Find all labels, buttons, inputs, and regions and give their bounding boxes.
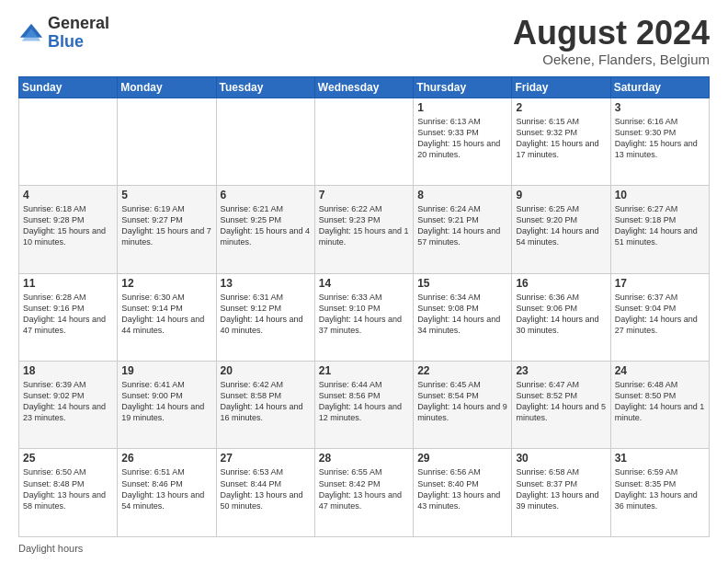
day-info: Sunrise: 6:51 AM Sunset: 8:46 PM Dayligh… bbox=[121, 466, 211, 511]
day-info: Sunrise: 6:21 AM Sunset: 9:25 PM Dayligh… bbox=[221, 203, 311, 248]
day-of-week-header: Tuesday bbox=[216, 76, 314, 98]
day-number: 9 bbox=[516, 189, 606, 201]
calendar-cell: 19Sunrise: 6:41 AM Sunset: 9:00 PM Dayli… bbox=[118, 362, 216, 449]
day-info: Sunrise: 6:33 AM Sunset: 9:10 PM Dayligh… bbox=[319, 292, 409, 337]
calendar-cell: 25Sunrise: 6:50 AM Sunset: 8:48 PM Dayli… bbox=[19, 449, 118, 537]
day-number: 1 bbox=[417, 101, 507, 114]
logo-general: General bbox=[48, 15, 109, 33]
day-info: Sunrise: 6:56 AM Sunset: 8:40 PM Dayligh… bbox=[417, 466, 507, 511]
day-number: 25 bbox=[23, 452, 113, 465]
day-number: 31 bbox=[615, 452, 705, 465]
day-number: 18 bbox=[23, 364, 113, 377]
header: General Blue August 2024 Oekene, Flander… bbox=[18, 15, 710, 67]
title-block: August 2024 Oekene, Flanders, Belgium bbox=[513, 15, 710, 67]
page: General Blue August 2024 Oekene, Flander… bbox=[0, 0, 728, 563]
day-info: Sunrise: 6:27 AM Sunset: 9:18 PM Dayligh… bbox=[615, 203, 705, 248]
calendar-cell: 31Sunrise: 6:59 AM Sunset: 8:35 PM Dayli… bbox=[610, 449, 709, 537]
day-number: 17 bbox=[615, 277, 705, 290]
day-info: Sunrise: 6:24 AM Sunset: 9:21 PM Dayligh… bbox=[417, 203, 507, 248]
footer: Daylight hours bbox=[18, 543, 710, 554]
location: Oekene, Flanders, Belgium bbox=[513, 52, 710, 67]
calendar-cell: 22Sunrise: 6:45 AM Sunset: 8:54 PM Dayli… bbox=[414, 362, 512, 449]
calendar-cell: 11Sunrise: 6:28 AM Sunset: 9:16 PM Dayli… bbox=[19, 273, 118, 361]
calendar-cell: 10Sunrise: 6:27 AM Sunset: 9:18 PM Dayli… bbox=[610, 186, 709, 273]
day-number: 12 bbox=[121, 277, 211, 290]
calendar-cell: 27Sunrise: 6:53 AM Sunset: 8:44 PM Dayli… bbox=[216, 449, 314, 537]
calendar-cell: 18Sunrise: 6:39 AM Sunset: 9:02 PM Dayli… bbox=[19, 362, 118, 449]
day-info: Sunrise: 6:58 AM Sunset: 8:37 PM Dayligh… bbox=[516, 466, 606, 511]
logo-icon bbox=[18, 20, 44, 46]
day-number: 27 bbox=[221, 452, 311, 465]
calendar-cell: 14Sunrise: 6:33 AM Sunset: 9:10 PM Dayli… bbox=[314, 273, 413, 361]
calendar-week-row: 4Sunrise: 6:18 AM Sunset: 9:28 PM Daylig… bbox=[19, 186, 710, 273]
calendar-cell: 4Sunrise: 6:18 AM Sunset: 9:28 PM Daylig… bbox=[19, 186, 118, 273]
calendar-cell: 26Sunrise: 6:51 AM Sunset: 8:46 PM Dayli… bbox=[118, 449, 216, 537]
day-number: 6 bbox=[221, 189, 311, 201]
calendar-cell: 5Sunrise: 6:19 AM Sunset: 9:27 PM Daylig… bbox=[118, 186, 216, 273]
day-info: Sunrise: 6:59 AM Sunset: 8:35 PM Dayligh… bbox=[615, 466, 705, 511]
day-number: 2 bbox=[516, 101, 606, 114]
day-info: Sunrise: 6:30 AM Sunset: 9:14 PM Dayligh… bbox=[121, 292, 211, 337]
day-info: Sunrise: 6:28 AM Sunset: 9:16 PM Dayligh… bbox=[23, 292, 113, 337]
day-info: Sunrise: 6:48 AM Sunset: 8:50 PM Dayligh… bbox=[615, 379, 705, 424]
calendar-cell: 9Sunrise: 6:25 AM Sunset: 9:20 PM Daylig… bbox=[512, 186, 610, 273]
day-number: 4 bbox=[23, 189, 113, 201]
day-number: 16 bbox=[516, 277, 606, 290]
day-number: 5 bbox=[121, 189, 211, 201]
day-number: 24 bbox=[615, 364, 705, 377]
day-of-week-header: Friday bbox=[512, 76, 610, 98]
day-number: 28 bbox=[319, 452, 409, 465]
logo-text: General Blue bbox=[48, 15, 109, 52]
day-info: Sunrise: 6:44 AM Sunset: 8:56 PM Dayligh… bbox=[319, 379, 409, 424]
day-number: 30 bbox=[516, 452, 606, 465]
day-number: 10 bbox=[615, 189, 705, 201]
calendar-cell: 24Sunrise: 6:48 AM Sunset: 8:50 PM Dayli… bbox=[610, 362, 709, 449]
day-info: Sunrise: 6:53 AM Sunset: 8:44 PM Dayligh… bbox=[221, 466, 311, 511]
calendar-cell: 15Sunrise: 6:34 AM Sunset: 9:08 PM Dayli… bbox=[414, 273, 512, 361]
calendar: SundayMondayTuesdayWednesdayThursdayFrid… bbox=[18, 76, 710, 537]
day-number: 23 bbox=[516, 364, 606, 377]
day-number: 19 bbox=[121, 364, 211, 377]
calendar-cell: 6Sunrise: 6:21 AM Sunset: 9:25 PM Daylig… bbox=[216, 186, 314, 273]
day-number: 8 bbox=[417, 189, 507, 201]
day-of-week-header: Monday bbox=[118, 76, 216, 98]
calendar-cell bbox=[216, 98, 314, 185]
day-number: 22 bbox=[417, 364, 507, 377]
day-info: Sunrise: 6:39 AM Sunset: 9:02 PM Dayligh… bbox=[23, 379, 113, 424]
calendar-cell: 8Sunrise: 6:24 AM Sunset: 9:21 PM Daylig… bbox=[414, 186, 512, 273]
calendar-cell: 12Sunrise: 6:30 AM Sunset: 9:14 PM Dayli… bbox=[118, 273, 216, 361]
day-info: Sunrise: 6:34 AM Sunset: 9:08 PM Dayligh… bbox=[417, 292, 507, 337]
day-info: Sunrise: 6:47 AM Sunset: 8:52 PM Dayligh… bbox=[516, 379, 606, 424]
day-number: 11 bbox=[23, 277, 113, 290]
day-info: Sunrise: 6:37 AM Sunset: 9:04 PM Dayligh… bbox=[615, 292, 705, 337]
day-info: Sunrise: 6:15 AM Sunset: 9:32 PM Dayligh… bbox=[516, 116, 606, 161]
calendar-cell: 2Sunrise: 6:15 AM Sunset: 9:32 PM Daylig… bbox=[512, 98, 610, 185]
logo: General Blue bbox=[18, 15, 109, 52]
calendar-cell: 20Sunrise: 6:42 AM Sunset: 8:58 PM Dayli… bbox=[216, 362, 314, 449]
day-info: Sunrise: 6:36 AM Sunset: 9:06 PM Dayligh… bbox=[516, 292, 606, 337]
day-info: Sunrise: 6:41 AM Sunset: 9:00 PM Dayligh… bbox=[121, 379, 211, 424]
day-number: 26 bbox=[121, 452, 211, 465]
day-number: 15 bbox=[417, 277, 507, 290]
calendar-cell: 17Sunrise: 6:37 AM Sunset: 9:04 PM Dayli… bbox=[610, 273, 709, 361]
calendar-cell bbox=[118, 98, 216, 185]
calendar-cell bbox=[314, 98, 413, 185]
calendar-cell: 30Sunrise: 6:58 AM Sunset: 8:37 PM Dayli… bbox=[512, 449, 610, 537]
calendar-cell: 21Sunrise: 6:44 AM Sunset: 8:56 PM Dayli… bbox=[314, 362, 413, 449]
calendar-week-row: 18Sunrise: 6:39 AM Sunset: 9:02 PM Dayli… bbox=[19, 362, 710, 449]
calendar-cell bbox=[19, 98, 118, 185]
calendar-cell: 28Sunrise: 6:55 AM Sunset: 8:42 PM Dayli… bbox=[314, 449, 413, 537]
calendar-header: SundayMondayTuesdayWednesdayThursdayFrid… bbox=[19, 76, 710, 98]
day-number: 29 bbox=[417, 452, 507, 465]
calendar-cell: 3Sunrise: 6:16 AM Sunset: 9:30 PM Daylig… bbox=[610, 98, 709, 185]
day-of-week-header: Sunday bbox=[19, 76, 118, 98]
daylight-label: Daylight hours bbox=[18, 543, 83, 554]
day-number: 20 bbox=[221, 364, 311, 377]
calendar-cell: 23Sunrise: 6:47 AM Sunset: 8:52 PM Dayli… bbox=[512, 362, 610, 449]
day-info: Sunrise: 6:42 AM Sunset: 8:58 PM Dayligh… bbox=[221, 379, 311, 424]
calendar-cell: 1Sunrise: 6:13 AM Sunset: 9:33 PM Daylig… bbox=[414, 98, 512, 185]
day-info: Sunrise: 6:55 AM Sunset: 8:42 PM Dayligh… bbox=[319, 466, 409, 511]
header-row: SundayMondayTuesdayWednesdayThursdayFrid… bbox=[19, 76, 710, 98]
day-number: 7 bbox=[319, 189, 409, 201]
day-info: Sunrise: 6:25 AM Sunset: 9:20 PM Dayligh… bbox=[516, 203, 606, 248]
